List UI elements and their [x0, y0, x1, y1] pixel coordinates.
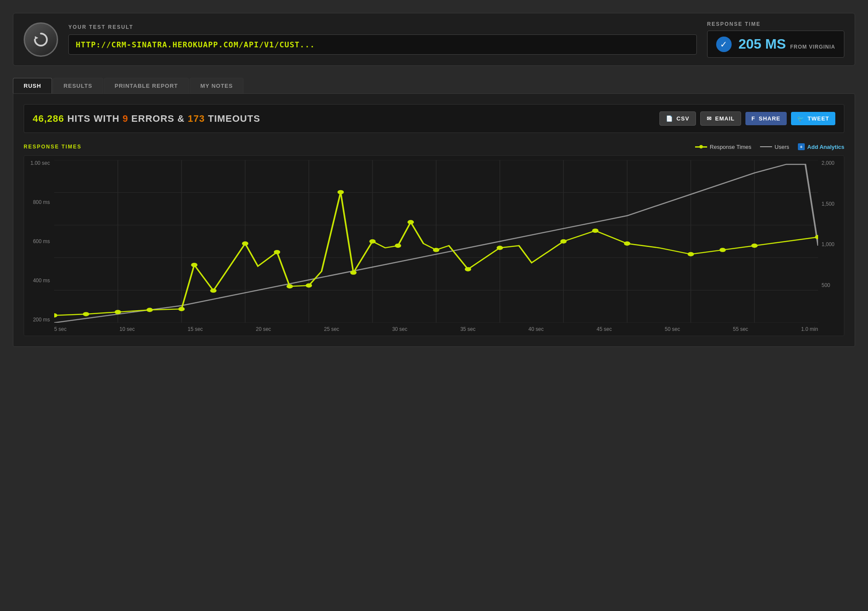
- email-icon: ✉: [707, 115, 712, 122]
- dot-0: [54, 313, 57, 318]
- response-section: RESPONSE TIME ✓ 205 MS FROM VIRGINIA: [707, 21, 844, 58]
- y-label-200ms: 200 ms: [24, 317, 50, 323]
- dot-18: [497, 246, 503, 250]
- dot-9: [286, 284, 293, 288]
- dot-5: [191, 263, 197, 267]
- x-label-15sec: 15 sec: [188, 326, 203, 332]
- dot-2: [115, 310, 121, 314]
- x-label-30sec: 30 sec: [392, 326, 407, 332]
- y-right-1500: 1,500: [822, 201, 844, 207]
- dot-11: [338, 190, 344, 194]
- y-label-1sec: 1.00 sec: [24, 160, 50, 166]
- reload-icon[interactable]: [24, 22, 58, 57]
- errors-count: 9: [123, 113, 128, 124]
- legend-response-times: Response Times: [695, 144, 751, 150]
- dot-8: [274, 250, 280, 254]
- dot-25: [815, 235, 818, 239]
- add-analytics-icon: +: [798, 143, 805, 150]
- y-label-400ms: 400 ms: [24, 278, 50, 284]
- y-axis-right: 2,000 1,500 1,000 500: [818, 156, 844, 323]
- dot-3: [147, 308, 153, 312]
- response-ms-value: 205 MS: [739, 36, 786, 52]
- chart-svg: [54, 160, 818, 323]
- dot-15: [407, 220, 414, 224]
- chart-title: RESPONSE TIMES: [24, 144, 82, 150]
- x-axis: 5 sec 10 sec 15 sec 20 sec 25 sec 30 sec…: [54, 323, 818, 336]
- dot-14: [395, 244, 401, 248]
- chart-header: RESPONSE TIMES Response Times Users + Ad…: [24, 143, 844, 150]
- legend-users: Users: [760, 144, 789, 150]
- response-times-line-icon: [695, 146, 707, 148]
- errors-label: ERRORS &: [131, 113, 185, 124]
- x-label-25sec: 25 sec: [324, 326, 339, 332]
- x-label-45sec: 45 sec: [597, 326, 612, 332]
- tab-results[interactable]: RESULTS: [53, 78, 103, 93]
- x-label-5sec: 5 sec: [54, 326, 67, 332]
- dot-7: [242, 241, 249, 246]
- tabs-container: RUSH RESULTS PRINTABLE REPORT MY NOTES: [13, 78, 855, 93]
- stats-text: 46,286 HITS WITH 9 ERRORS & 173 TIMEOUTS: [33, 113, 260, 124]
- chart-container: 1.00 sec 800 ms 600 ms 400 ms 200 ms 2,0…: [24, 155, 844, 336]
- action-buttons: 📄 CSV ✉ EMAIL f SHARE 🐦 TWEET: [659, 111, 835, 126]
- y-right-2000: 2,000: [822, 160, 844, 166]
- share-button[interactable]: f SHARE: [745, 112, 786, 125]
- csv-button[interactable]: 📄 CSV: [659, 111, 696, 126]
- dot-19: [560, 239, 567, 244]
- dot-10: [306, 283, 312, 287]
- users-line-icon: [760, 146, 772, 147]
- from-location: FROM VIRGINIA: [790, 44, 835, 50]
- dot-24: [751, 244, 758, 248]
- result-center: YOUR TEST RESULT HTTP://CRM-SINATRA.HERO…: [68, 24, 697, 55]
- csv-icon: 📄: [666, 115, 673, 122]
- dot-4: [179, 307, 185, 311]
- tab-printable-report[interactable]: PRINTABLE REPORT: [104, 78, 189, 93]
- result-bar: YOUR TEST RESULT HTTP://CRM-SINATRA.HERO…: [13, 13, 855, 66]
- legend-response-label: Response Times: [710, 144, 751, 150]
- stats-bar: 46,286 HITS WITH 9 ERRORS & 173 TIMEOUTS…: [24, 104, 844, 133]
- y-label-800ms: 800 ms: [24, 199, 50, 205]
- url-display: HTTP://CRM-SINATRA.HEROKUAPP.COM/API/V1/…: [68, 34, 697, 55]
- y-right-500: 500: [822, 282, 844, 288]
- response-time-label: RESPONSE TIME: [707, 21, 761, 27]
- timeouts-label: TIMEOUTS: [208, 113, 260, 124]
- facebook-icon: f: [751, 115, 755, 122]
- dot-13: [369, 239, 376, 244]
- x-label-10sec: 10 sec: [120, 326, 135, 332]
- dot-22: [688, 252, 694, 256]
- dot-17: [465, 267, 471, 272]
- dot-16: [433, 248, 440, 252]
- chart-legend: Response Times Users + Add Analytics: [695, 143, 844, 150]
- legend-users-label: Users: [775, 144, 789, 150]
- response-time-display: ✓ 205 MS FROM VIRGINIA: [707, 31, 844, 58]
- check-icon: ✓: [716, 37, 732, 52]
- dot-1: [83, 312, 89, 316]
- x-label-20sec: 20 sec: [256, 326, 271, 332]
- x-label-40sec: 40 sec: [529, 326, 544, 332]
- chart-svg-area: [54, 160, 818, 323]
- twitter-icon: 🐦: [797, 115, 804, 122]
- y-label-600ms: 600 ms: [24, 238, 50, 244]
- x-label-1min: 1.0 min: [801, 326, 818, 332]
- x-label-55sec: 55 sec: [733, 326, 748, 332]
- svg-marker-0: [35, 36, 38, 40]
- timeouts-count: 173: [188, 113, 205, 124]
- dot-6: [210, 288, 217, 293]
- x-label-50sec: 50 sec: [665, 326, 680, 332]
- dot-23: [720, 248, 726, 252]
- tab-my-notes[interactable]: MY NOTES: [190, 78, 244, 93]
- dot-21: [624, 241, 631, 246]
- dot-20: [592, 228, 599, 233]
- email-button[interactable]: ✉ EMAIL: [700, 111, 741, 126]
- tweet-button[interactable]: 🐦 TWEET: [791, 112, 836, 125]
- y-right-1000: 1,000: [822, 241, 844, 247]
- hits-count: 46,286: [33, 113, 64, 124]
- x-label-35sec: 35 sec: [460, 326, 475, 332]
- main-panel: 46,286 HITS WITH 9 ERRORS & 173 TIMEOUTS…: [13, 93, 855, 347]
- y-axis-left: 1.00 sec 800 ms 600 ms 400 ms 200 ms: [24, 156, 54, 323]
- test-result-label: YOUR TEST RESULT: [68, 24, 697, 30]
- tab-rush[interactable]: RUSH: [13, 78, 52, 93]
- hits-label: HITS WITH: [67, 113, 119, 124]
- add-analytics-button[interactable]: + Add Analytics: [798, 143, 844, 150]
- dot-12: [350, 271, 357, 275]
